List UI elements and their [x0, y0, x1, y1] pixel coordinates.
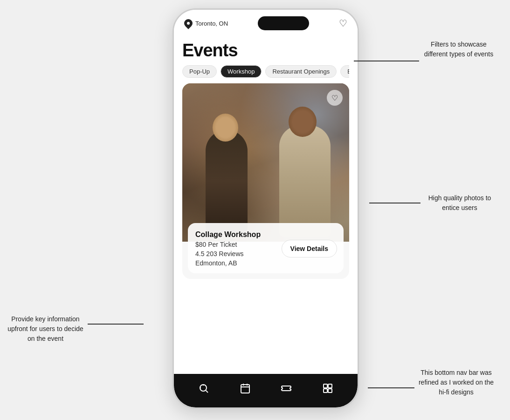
- event-info-card: Collage Workshop $80 Per Ticket 4.5 203 …: [188, 223, 344, 273]
- annotation-info: Provide key information upfront for user…: [5, 314, 86, 344]
- person-right-figure: [279, 125, 331, 237]
- bottom-nav: [174, 374, 358, 407]
- svg-rect-8: [324, 384, 327, 388]
- event-location: Edmonton, AB: [195, 259, 276, 267]
- svg-point-0: [200, 385, 207, 391]
- ann-line-filters: [354, 61, 419, 61]
- event-details-left: Collage Workshop $80 Per Ticket 4.5 203 …: [195, 230, 276, 267]
- location-icon: [182, 17, 194, 29]
- ann-line-nav: [368, 387, 414, 388]
- nav-tickets-icon[interactable]: [281, 383, 292, 394]
- annotation-photo: High quality photos to entice users: [422, 193, 497, 213]
- nav-explore-icon[interactable]: [198, 383, 209, 394]
- svg-line-1: [206, 391, 208, 393]
- svg-rect-10: [324, 389, 327, 393]
- favorite-icon[interactable]: ♡: [339, 18, 347, 29]
- events-title: Events: [182, 35, 349, 65]
- event-name: Collage Workshop: [195, 230, 276, 239]
- nav-calendar-icon[interactable]: [240, 383, 251, 394]
- ann-line-info: [88, 324, 144, 325]
- filter-chips: Pop-Up Workshop Restaurant Openings Excl…: [182, 65, 349, 83]
- ann-line-photo: [369, 203, 420, 203]
- svg-rect-4: [241, 385, 249, 393]
- event-card: ♡ Collage Workshop $80 Per Ticket 4.5 20…: [182, 83, 349, 279]
- chip-popup[interactable]: Pop-Up: [182, 65, 217, 78]
- chip-restaurant[interactable]: Restaurant Openings: [265, 65, 337, 78]
- nav-saved-icon[interactable]: [322, 383, 333, 394]
- location-pill[interactable]: Toronto, ON: [184, 19, 228, 27]
- person-left-figure: [206, 130, 248, 232]
- annotation-filters: Filters to showcase different types of e…: [421, 40, 496, 59]
- chip-exclusive[interactable]: Exclusive S...: [340, 65, 349, 78]
- event-rating: 4.5 203 Reviews: [195, 250, 276, 257]
- event-image: ♡: [182, 83, 349, 242]
- phone-top-bar: Toronto, ON ♡: [174, 10, 358, 35]
- phone-content: Events Pop-Up Workshop Restaurant Openin…: [174, 35, 358, 279]
- event-price: $80 Per Ticket: [195, 241, 276, 248]
- phone-shell: Toronto, ON ♡ Events Pop-Up Workshop Res…: [172, 8, 359, 409]
- view-details-button[interactable]: View Details: [282, 240, 337, 257]
- svg-rect-11: [328, 389, 332, 393]
- dynamic-island: [258, 16, 309, 30]
- location-text: Toronto, ON: [195, 20, 228, 27]
- card-favorite-icon[interactable]: ♡: [327, 90, 343, 106]
- svg-rect-9: [328, 384, 332, 388]
- annotation-nav: This bottom nav bar was refined as I wor…: [415, 368, 497, 397]
- chip-workshop[interactable]: Workshop: [221, 65, 262, 78]
